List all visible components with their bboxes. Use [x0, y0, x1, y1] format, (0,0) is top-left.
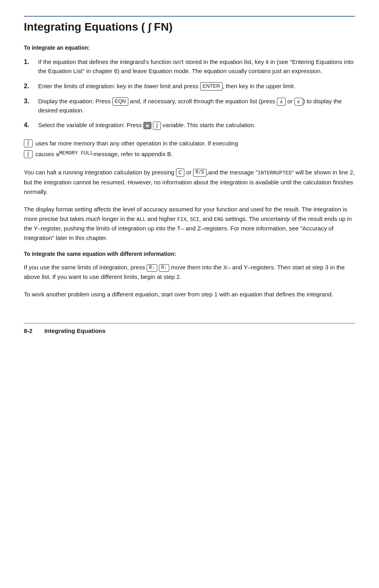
step-4-variable: variable — [161, 122, 184, 128]
note-line-2-after: message, refer to appendix B. — [93, 149, 173, 159]
steps-list: 1. If the equation that defines the inte… — [24, 57, 355, 130]
note-line-2-before: causes a — [35, 149, 59, 159]
step-4-content: Select the variable of integration: Pres… — [38, 120, 355, 130]
para3-before: If you use the same limits of integratio… — [24, 264, 147, 271]
step-3: 3. Display the equation: Press EQN and, … — [24, 97, 355, 115]
rdown-key-1: R↓ — [147, 264, 157, 272]
enter-key: ENTER — [200, 82, 222, 91]
para1-or: or — [184, 169, 193, 176]
para2-uncertainty: uncertainty — [261, 215, 290, 222]
para-same-limits: If you use the same limits of integratio… — [24, 263, 355, 282]
integral-key: ∫ — [153, 122, 161, 130]
step-1-num: 1. — [24, 57, 38, 67]
eqn-key: EQN — [112, 97, 128, 106]
para1-before: You can halt a running integration calcu… — [24, 169, 176, 176]
interrupted-text: INTERRUPTED — [257, 170, 292, 176]
step-2-num: 2. — [24, 81, 38, 91]
footer-chapter-title: Integrating Equations — [44, 327, 106, 334]
step-2-before: Enter the limits of integration: key in … — [38, 83, 144, 89]
para2-p2: longer in the ALL and higher FIX, SCI, a… — [101, 215, 261, 222]
step-1-content: If the equation that defines the integra… — [38, 57, 355, 76]
page-title: Integrating Equations ( ∫ FN) — [24, 21, 355, 33]
para2-much: much — [86, 215, 101, 222]
step-2-mid: limit and press — [159, 83, 200, 89]
integral-note-icon-1: ∫ — [24, 139, 33, 147]
memory-full-text: MEMORY FULL — [59, 149, 93, 157]
step-2-italic: lower — [144, 83, 159, 89]
note-line-1-text: uses far more memory than any other oper… — [35, 139, 238, 148]
rdown-key-2: R↓ — [159, 264, 169, 272]
section2-heading: To integrate the same equation with diff… — [24, 251, 355, 257]
para1-after: ,and the message " — [207, 169, 258, 176]
note-line-1: ∫ uses far more memory than any other op… — [24, 139, 355, 148]
integral-note-icon-2: ∫ — [24, 150, 33, 158]
shift-key: ■ — [143, 122, 151, 129]
step-3-or: or — [286, 98, 294, 104]
footer-page-number: 8-2 — [24, 327, 33, 334]
step-4-before: Select the variable of integration: Pres… — [38, 122, 143, 128]
step-3-mid: and, if necessary, scroll through the eq… — [128, 98, 277, 104]
step-1-text: If the equation that defines the integra… — [38, 58, 354, 74]
note-line-2: ∫ causes a MEMORY FULL message, refer to… — [24, 149, 355, 159]
up-arrow-key: ∧ — [277, 98, 286, 106]
c-key: C — [176, 168, 184, 177]
step-3-num: 3. — [24, 97, 38, 106]
step-4-num: 4. — [24, 120, 38, 130]
step-2: 2. Enter the limits of integration: key … — [24, 81, 355, 91]
para-display-format: The display format setting affects the l… — [24, 205, 355, 243]
step-4: 4. Select the variable of integration: P… — [24, 120, 355, 130]
step-4-after: . This starts the calculation. — [184, 122, 255, 128]
step-3-before: Display the equation: Press — [38, 98, 112, 104]
step-2-after: , then key in the upper limit. — [222, 83, 295, 89]
top-rule — [24, 16, 355, 17]
note-block: ∫ uses far more memory than any other op… — [24, 139, 355, 159]
step-3-content: Display the equation: Press EQN and, if … — [38, 97, 355, 115]
para-interrupted: You can halt a running integration calcu… — [24, 168, 355, 197]
para-different-equation: To work another problem using a differen… — [24, 290, 355, 299]
rs-key: R/S — [193, 169, 207, 177]
section1-heading: To integrate an equation: — [24, 44, 355, 51]
down-arrow-key: ∨ — [294, 98, 303, 106]
step-1: 1. If the equation that defines the inte… — [24, 57, 355, 76]
step-2-content: Enter the limits of integration: key in … — [38, 81, 355, 91]
page-footer: 8-2 Integrating Equations — [24, 323, 355, 334]
